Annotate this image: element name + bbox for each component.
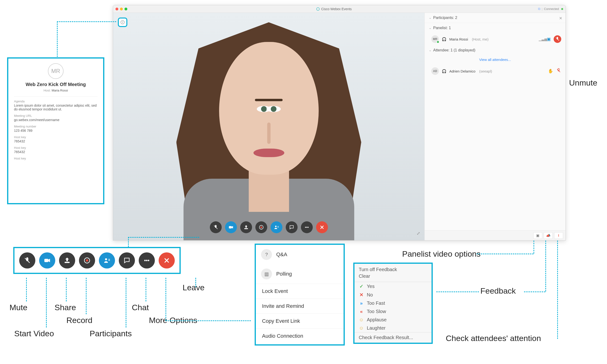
leave-button[interactable] xyxy=(316,221,328,233)
participant-video xyxy=(176,22,361,240)
feedback-yes-label: Yes xyxy=(367,284,375,289)
participants-button-large[interactable] xyxy=(99,252,115,269)
attendee-row[interactable]: AD 🎧 Adrien Delamico (seeapl) ✋ xyxy=(425,65,566,77)
feedback-button[interactable]: 📣 xyxy=(544,232,553,239)
avatar-initials: MR xyxy=(51,68,60,74)
label-share: Share xyxy=(54,303,76,312)
chat-button[interactable] xyxy=(286,221,298,233)
feedback-too-slow[interactable]: «Too Slow xyxy=(355,307,432,316)
app-window: Cisco Webex Events ⧉ | Connected xyxy=(113,5,566,241)
connector-line xyxy=(533,241,534,254)
attendee-unmute-button[interactable] xyxy=(556,68,561,74)
avatar-initials: MR xyxy=(433,38,437,41)
label-start-video: Start Video xyxy=(14,329,54,338)
video-button-large[interactable] xyxy=(39,252,55,269)
window-controls[interactable] xyxy=(116,8,127,11)
menu-invite-remind[interactable]: Invite and Remind xyxy=(256,299,343,313)
connector-line xyxy=(57,21,58,57)
share-button-large[interactable] xyxy=(59,252,75,269)
label-leave: Leave xyxy=(183,283,205,292)
record-button-large[interactable] xyxy=(79,252,95,269)
agenda-label: Agenda xyxy=(14,100,97,103)
avatar: MR xyxy=(431,35,439,43)
participants-header[interactable]: ⌄ Participants: 2 xyxy=(425,13,566,23)
feedback-yes[interactable]: ✓Yes xyxy=(355,282,432,290)
feedback-menu: Turn off Feedback Clear ✓Yes ✕No »Too Fa… xyxy=(353,262,433,344)
panelist-subheader[interactable]: ⌄ Panelist: 1 xyxy=(425,23,566,33)
menu-qa-label: Q&A xyxy=(276,251,287,258)
meeting-info-button[interactable] xyxy=(118,17,127,27)
mute-button-large[interactable] xyxy=(19,252,35,269)
panelist-mute-button[interactable] xyxy=(554,35,561,43)
more-options-button-large[interactable] xyxy=(139,252,155,269)
minimize-window-icon[interactable] xyxy=(120,8,123,11)
svg-point-26 xyxy=(145,260,145,261)
svg-point-23 xyxy=(105,258,107,260)
label-chat: Chat xyxy=(132,303,149,312)
mute-button[interactable] xyxy=(210,221,222,233)
share-button[interactable] xyxy=(240,221,252,233)
label-mute: Mute xyxy=(10,303,27,312)
connector-line xyxy=(166,320,251,321)
label-unmute: Unmute xyxy=(569,78,597,88)
raise-hand-icon[interactable]: ✋ xyxy=(548,68,553,74)
camera-icon[interactable]: ▣ xyxy=(547,37,551,42)
feedback-turn-off[interactable]: Turn off Feedback xyxy=(359,266,427,273)
feedback-fast-label: Too Fast xyxy=(367,300,385,306)
headset-icon: 🎧 xyxy=(442,37,447,41)
feedback-no[interactable]: ✕No xyxy=(355,290,432,299)
connector-line xyxy=(46,278,47,327)
window-title: Cisco Webex Events xyxy=(130,7,538,11)
connection-label: Connected xyxy=(544,7,559,11)
signal-icon: ▁▃▅ xyxy=(539,37,544,41)
panelist-row[interactable]: MR 🎧 Maria Rossi (Host, me) ▁▃▅ ▣ xyxy=(425,33,566,45)
label-panelist-video: Panelist video options xyxy=(402,249,481,259)
view-all-link[interactable]: View all attendees... xyxy=(479,58,511,62)
presence-icon xyxy=(436,40,439,43)
view-all-attendees[interactable]: View all attendees... xyxy=(425,55,566,65)
label-attention: Check attendees' attention xyxy=(446,334,541,343)
record-button[interactable] xyxy=(255,221,267,233)
host-label: Host: xyxy=(44,89,51,92)
maximize-window-icon[interactable] xyxy=(124,8,127,11)
chat-button-large[interactable] xyxy=(119,252,135,269)
participants-button[interactable] xyxy=(271,221,282,233)
menu-copy-link[interactable]: Copy Event Link xyxy=(256,314,343,328)
attendee-count: Attendee: 1 (1 displayed) xyxy=(433,48,475,52)
call-controls-enlarged xyxy=(13,247,181,274)
connector-line xyxy=(195,278,196,287)
close-window-icon[interactable] xyxy=(116,8,118,11)
popout-icon[interactable]: ⤢ xyxy=(417,231,420,236)
panelist-suffix: (Host, me) xyxy=(472,37,488,41)
menu-audio-connection[interactable]: Audio Connection xyxy=(256,329,343,343)
menu-polling[interactable]: ▥ Polling xyxy=(256,264,343,284)
call-controls xyxy=(210,221,328,233)
panelist-video-options-button[interactable]: ▣ xyxy=(533,232,542,239)
label-record: Record xyxy=(66,316,92,325)
feedback-laughter[interactable]: ☺Laughter xyxy=(355,324,432,332)
avatar: MR xyxy=(48,63,64,79)
host-key-label-3: Host key xyxy=(14,157,97,160)
video-button[interactable] xyxy=(225,221,237,233)
connector-line xyxy=(128,237,129,247)
leave-button-large[interactable] xyxy=(159,252,175,269)
feedback-check-result[interactable]: Check Feedback Result... xyxy=(355,332,432,343)
more-options-button[interactable] xyxy=(301,221,313,233)
video-stage: ⤢ xyxy=(113,13,424,240)
headset-icon: 🎧 xyxy=(442,69,447,74)
webex-logo-icon xyxy=(316,7,320,11)
attendee-attention-button[interactable]: ! xyxy=(554,232,563,239)
menu-lock-event[interactable]: Lock Event xyxy=(256,284,343,299)
meeting-host: Host: Maria Rossi xyxy=(14,89,97,92)
feedback-clear[interactable]: Clear xyxy=(359,273,427,279)
connector-line xyxy=(524,291,545,292)
feedback-applause[interactable]: ☺Applause xyxy=(355,316,432,324)
more-options-menu: ? Q&A ▥ Polling Lock Event Invite and Re… xyxy=(255,244,345,346)
attendee-subheader[interactable]: ⌄ Attendee: 1 (1 displayed) xyxy=(425,45,566,55)
connector-line xyxy=(545,241,546,291)
feedback-too-fast[interactable]: »Too Fast xyxy=(355,299,432,307)
close-panel-button[interactable]: × xyxy=(559,15,562,21)
window-title-text: Cisco Webex Events xyxy=(321,7,352,11)
svg-point-8 xyxy=(275,226,277,227)
menu-qa[interactable]: ? Q&A xyxy=(256,245,343,264)
